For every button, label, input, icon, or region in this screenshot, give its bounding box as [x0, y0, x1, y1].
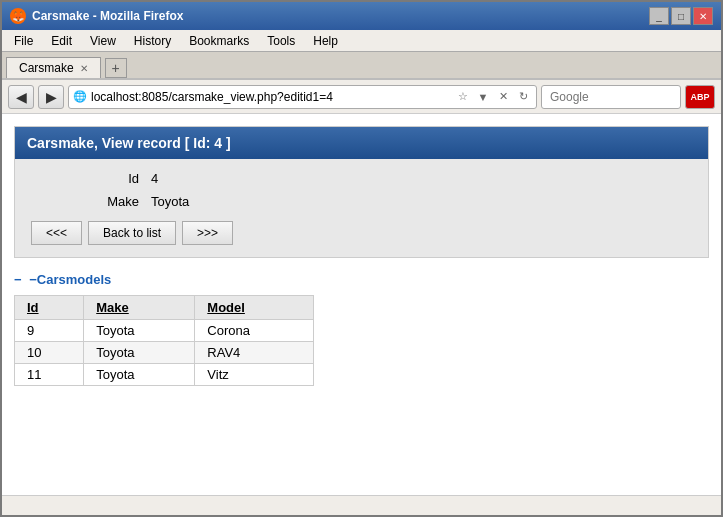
cell-id: 9: [15, 320, 84, 342]
cell-id: 10: [15, 342, 84, 364]
search-bar-container: ▶: [541, 85, 681, 109]
url-input[interactable]: [91, 90, 454, 104]
minimize-button[interactable]: _: [649, 7, 669, 25]
carsmodels-link[interactable]: Carsmodels: [37, 272, 111, 287]
page-content: Carsmake, View record [ Id: 4 ] Id 4 Mak…: [2, 114, 721, 495]
table-row: 9 Toyota Corona: [15, 320, 314, 342]
new-tab-button[interactable]: +: [105, 58, 127, 78]
menu-file[interactable]: File: [6, 32, 41, 50]
tab-bar: Carsmake ✕ +: [2, 52, 721, 80]
url-bar-actions: ☆ ▼ ✕ ↻: [454, 88, 532, 106]
record-actions: <<< Back to list >>>: [31, 221, 692, 245]
table-row: 10 Toyota RAV4: [15, 342, 314, 364]
field-id-label: Id: [31, 171, 151, 186]
record-body: Id 4 Make Toyota <<< Back to list >>>: [15, 159, 708, 257]
firefox-icon: 🦊: [10, 8, 26, 24]
field-make-value: Toyota: [151, 194, 189, 209]
window-controls: _ □ ✕: [649, 7, 713, 25]
abp-button[interactable]: ABP: [685, 85, 715, 109]
menu-bookmarks[interactable]: Bookmarks: [181, 32, 257, 50]
close-button[interactable]: ✕: [693, 7, 713, 25]
related-title: −Carsmodels: [14, 272, 709, 287]
menu-tools[interactable]: Tools: [259, 32, 303, 50]
maximize-button[interactable]: □: [671, 7, 691, 25]
back-to-list-button[interactable]: Back to list: [88, 221, 176, 245]
table-header-row: Id Make Model: [15, 296, 314, 320]
tab-label: Carsmake: [19, 61, 74, 75]
related-table: Id Make Model 9 Toyota Corona 10 Toyota …: [14, 295, 314, 386]
url-bar-container: 🌐 ☆ ▼ ✕ ↻: [68, 85, 537, 109]
menu-history[interactable]: History: [126, 32, 179, 50]
col-header-model[interactable]: Model: [195, 296, 314, 320]
search-input[interactable]: [550, 90, 700, 104]
menu-help[interactable]: Help: [305, 32, 346, 50]
browser-window: 🦊 Carsmake - Mozilla Firefox _ □ ✕ File …: [0, 0, 723, 517]
table-row: 11 Toyota Vitz: [15, 364, 314, 386]
menu-bar: File Edit View History Bookmarks Tools H…: [2, 30, 721, 52]
cell-model: Corona: [195, 320, 314, 342]
forward-button[interactable]: ▶: [38, 85, 64, 109]
title-bar-left: 🦊 Carsmake - Mozilla Firefox: [10, 8, 183, 24]
nav-bar: ◀ ▶ 🌐 ☆ ▼ ✕ ↻ ▶ ABP: [2, 80, 721, 114]
status-bar: [2, 495, 721, 515]
field-id-value: 4: [151, 171, 158, 186]
field-make: Make Toyota: [31, 194, 692, 209]
record-header: Carsmake, View record [ Id: 4 ]: [15, 127, 708, 159]
active-tab[interactable]: Carsmake ✕: [6, 57, 101, 78]
cell-make: Toyota: [84, 364, 195, 386]
cell-make: Toyota: [84, 342, 195, 364]
cell-model: RAV4: [195, 342, 314, 364]
cell-make: Toyota: [84, 320, 195, 342]
record-panel: Carsmake, View record [ Id: 4 ] Id 4 Mak…: [14, 126, 709, 258]
prev-record-button[interactable]: <<<: [31, 221, 82, 245]
cell-id: 11: [15, 364, 84, 386]
field-id: Id 4: [31, 171, 692, 186]
collapse-icon[interactable]: −: [29, 272, 37, 287]
menu-view[interactable]: View: [82, 32, 124, 50]
stop-button[interactable]: ✕: [494, 88, 512, 106]
star-bookmark-button[interactable]: ☆: [454, 88, 472, 106]
window-title: Carsmake - Mozilla Firefox: [32, 9, 183, 23]
title-bar: 🦊 Carsmake - Mozilla Firefox _ □ ✕: [2, 2, 721, 30]
back-button[interactable]: ◀: [8, 85, 34, 109]
menu-edit[interactable]: Edit: [43, 32, 80, 50]
related-section: −Carsmodels Id Make Model 9 Toyota Coron…: [14, 272, 709, 386]
col-header-make[interactable]: Make: [84, 296, 195, 320]
next-record-button[interactable]: >>>: [182, 221, 233, 245]
reload-button[interactable]: ↻: [514, 88, 532, 106]
field-make-label: Make: [31, 194, 151, 209]
col-header-id[interactable]: Id: [15, 296, 84, 320]
url-security-icon: 🌐: [73, 90, 87, 103]
cell-model: Vitz: [195, 364, 314, 386]
tab-close-button[interactable]: ✕: [80, 63, 88, 74]
rss-button[interactable]: ▼: [474, 88, 492, 106]
